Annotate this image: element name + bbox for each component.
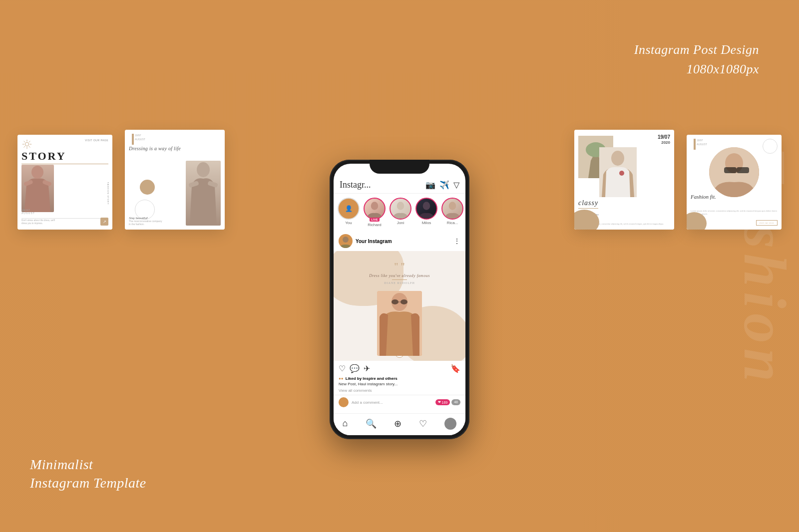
nav-profile-icon[interactable] xyxy=(444,418,456,430)
quote-author: DIANE RUDOLPH xyxy=(334,281,465,284)
card1-divider xyxy=(21,164,108,164)
story-joni: Joni xyxy=(390,198,411,227)
template-card-3: 19/07 2020 xyxy=(574,130,674,230)
svg-line-7 xyxy=(29,141,30,142)
card2-date: 19/97AUGUST xyxy=(135,134,145,141)
card4-profile-photo xyxy=(709,147,759,197)
story-richard: LIVE Richard xyxy=(364,198,386,227)
quote-marks: " " xyxy=(334,261,465,272)
ig-stories-row: 👤 You LIVE Richard xyxy=(334,194,465,231)
story-avatar-you: 👤 xyxy=(338,198,360,220)
card1-model-image xyxy=(21,165,54,212)
story-label-rica: Rica... xyxy=(447,221,458,225)
svg-point-12 xyxy=(197,162,210,177)
template-card-1: VISIT OUR PAGE STORY xyxy=(17,135,112,230)
story-you: 👤 You xyxy=(338,198,360,227)
ig-comment-bar: Add a comment... ❤ 169 48 xyxy=(334,395,465,409)
card1-bottom-caption: Don't stress about the dress, we'lldress… xyxy=(21,219,55,226)
phone-mockup: Instagr... 📷 ✈️ ▽ 👤 xyxy=(330,160,469,439)
post-fashion-photo xyxy=(377,291,422,356)
like-avatars: ●● xyxy=(339,376,344,381)
bottom-left-caption: Minimalist Instagram Template xyxy=(30,456,146,492)
story-avatar-milos xyxy=(415,198,437,220)
svg-line-6 xyxy=(29,146,30,148)
card2-title: Dressing is a way of life xyxy=(129,146,219,151)
card1-vertical-text: FASHION STORY xyxy=(107,182,109,205)
live-badge-richard: LIVE xyxy=(370,218,379,222)
story-avatar-rica xyxy=(441,198,463,220)
ig-camera-icon: 📷 xyxy=(425,180,435,190)
svg-point-16 xyxy=(397,202,404,210)
story-label-richard: Richard xyxy=(368,223,382,227)
comments-badge: 48 xyxy=(451,399,460,405)
svg-point-22 xyxy=(392,299,399,304)
heart-icon[interactable]: ♡ xyxy=(339,364,346,373)
sun-icon xyxy=(21,139,32,150)
nav-heart-icon[interactable]: ♡ xyxy=(419,418,427,429)
ig-logo: Instagr... xyxy=(340,180,371,190)
engagement-badges: ❤ 169 48 xyxy=(435,399,460,405)
post-more-icon: ⋮ xyxy=(453,237,460,246)
card4-fashion-fit: Fashion fit. xyxy=(691,194,716,200)
svg-point-17 xyxy=(423,202,430,210)
quote-divider xyxy=(392,279,407,280)
card4-circle-decoration xyxy=(763,139,778,154)
card1-date: 19/07AUGUST xyxy=(21,209,35,215)
ig-header-icons: 📷 ✈️ ▽ xyxy=(425,180,459,190)
card3-blob-decoration xyxy=(574,210,599,230)
card1-arrow-icon: ↗ xyxy=(100,218,108,226)
ig-filter-icon: ▽ xyxy=(453,180,459,190)
cards-area: VISIT OUR PAGE STORY xyxy=(0,135,799,294)
story-avatar-richard xyxy=(364,198,386,220)
card3-photo-2 xyxy=(599,147,637,197)
card3-accent-line xyxy=(578,208,598,209)
card4-description: Lorem ipsum dolor sit amet, consectetur … xyxy=(691,210,778,216)
post-image: " " Dress like you've already famous DIA… xyxy=(334,251,465,361)
story-label-you: You xyxy=(345,221,352,225)
card1-visit-text: VISIT OUR PAGE xyxy=(85,139,108,142)
post-user-avatar xyxy=(339,234,353,248)
story-rica: Rica... xyxy=(441,198,463,227)
card3-date: 19/07 2020 xyxy=(658,134,670,145)
bookmark-icon[interactable]: 🔖 xyxy=(450,364,460,373)
svg-point-28 xyxy=(611,151,624,166)
svg-line-5 xyxy=(23,141,25,142)
story-label-joni: Joni xyxy=(397,221,404,225)
card4-cta-button[interactable]: visit our store xyxy=(756,220,778,226)
phone-screen: Instagr... 📷 ✈️ ▽ 👤 xyxy=(334,164,465,435)
nav-home-icon[interactable]: ⌂ xyxy=(343,418,348,429)
card2-accent-bar xyxy=(132,134,134,145)
card1-story-title: STORY xyxy=(21,150,66,163)
card2-bottom-text: Stay beautiful! The most innovative comp… xyxy=(129,217,162,226)
ig-paper-plane-icon: ✈️ xyxy=(439,180,449,190)
comment-user-avatar xyxy=(339,397,349,407)
share-icon[interactable]: ✈ xyxy=(364,364,370,373)
svg-point-23 xyxy=(400,299,407,304)
ig-nav-bar: ⌂ 🔍 ⊕ ♡ xyxy=(334,413,465,435)
story-milos: Milos xyxy=(415,198,437,227)
comment-icon[interactable]: 💬 xyxy=(350,364,360,373)
svg-line-8 xyxy=(23,146,25,148)
svg-point-15 xyxy=(371,202,379,210)
likes-badge: ❤ 169 xyxy=(435,399,450,405)
nav-add-icon[interactable]: ⊕ xyxy=(394,418,401,429)
ig-action-bar: ♡ 💬 ✈ 🔖 xyxy=(334,361,465,376)
svg-point-18 xyxy=(449,202,456,210)
template-card-2: 19/97AUGUST Dressing is a way of life xyxy=(125,130,225,230)
comment-input-field[interactable]: Add a comment... xyxy=(352,400,432,405)
card2-ball-decoration xyxy=(140,180,155,195)
post-quote-overlay: " " Dress like you've already famous DIA… xyxy=(334,261,465,284)
nav-search-icon[interactable]: 🔍 xyxy=(366,418,377,429)
ig-header: Instagr... 📷 ✈️ ▽ xyxy=(334,164,465,194)
story-avatar-joni xyxy=(390,198,411,220)
svg-point-9 xyxy=(31,166,43,179)
template-card-4: 19/97AUGUST Fashion fit. Lorem ipsu xyxy=(687,135,782,230)
ig-view-comments[interactable]: View all comments xyxy=(334,387,465,394)
card4-date: 19/97AUGUST xyxy=(697,139,707,146)
ig-post-caption: New Post, Haul instagram story... xyxy=(334,381,465,387)
phone-body: Instagr... 📷 ✈️ ▽ 👤 xyxy=(330,160,469,439)
post-username: Your Instagram xyxy=(356,239,450,244)
svg-rect-32 xyxy=(737,167,749,173)
svg-point-19 xyxy=(343,237,349,243)
card2-model-image xyxy=(186,161,221,226)
